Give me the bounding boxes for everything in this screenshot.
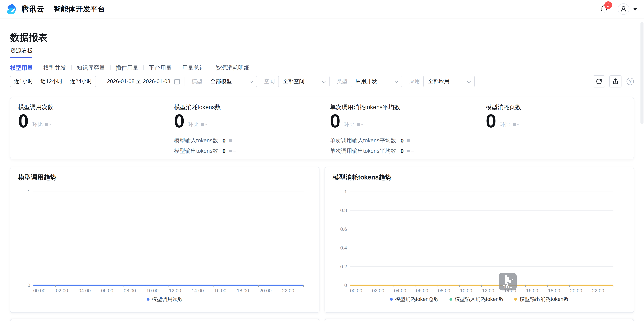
tick-mark xyxy=(281,285,304,287)
legend-dot-icon xyxy=(514,298,517,301)
tab-bar: 资源看板 xyxy=(10,48,634,58)
notification-bell-button[interactable]: 3 xyxy=(600,5,608,13)
filter-label: 类型 xyxy=(336,78,347,85)
stats-summary-card: 模型调用次数 0 环比 - 模型消耗tokens数 0 环比 - xyxy=(10,97,634,159)
quick-range-button[interactable]: 近24小时 xyxy=(66,76,96,87)
x-axis-label: 22:00 xyxy=(592,288,604,294)
stat-subrow: 单次调用输出tokens平均数 0 – xyxy=(330,146,470,156)
product-name: 智能体开发平台 xyxy=(54,4,105,14)
chevron-down-icon xyxy=(467,79,471,83)
user-icon xyxy=(620,6,626,12)
tick-mark xyxy=(33,285,56,287)
stat-value: 0 xyxy=(330,112,340,130)
tick-mark xyxy=(146,285,168,287)
chevron-down-icon[interactable] xyxy=(633,8,638,10)
select-value: 应用开发 xyxy=(356,78,377,85)
notification-badge: 3 xyxy=(604,1,612,9)
x-axis-label: 08:00 xyxy=(438,288,450,294)
legend-item[interactable]: 模型调用次数 xyxy=(147,296,183,303)
filter-select[interactable]: 应用开发 xyxy=(351,76,402,87)
subtab-item[interactable]: 模型用量 xyxy=(10,65,33,71)
stat-title: 模型调用次数 xyxy=(18,104,158,111)
tick-mark xyxy=(191,285,214,287)
subtab-item[interactable]: 模型并发 xyxy=(33,65,66,71)
tick-mark xyxy=(570,285,592,287)
refresh-button[interactable] xyxy=(593,75,605,87)
filter-select[interactable]: 全部空间 xyxy=(278,76,330,87)
subtab-item[interactable]: 插件用量 xyxy=(105,65,138,71)
tick-mark xyxy=(168,285,191,287)
x-axis-label: 04:00 xyxy=(394,288,406,294)
legend-label: 模型输入消耗token数 xyxy=(455,296,504,303)
x-axis-label: 20:00 xyxy=(570,288,582,294)
x-axis-label: 00:00 xyxy=(350,288,362,294)
x-axis-label: 16:00 xyxy=(526,288,538,294)
y-axis-label: 0.8 xyxy=(340,208,350,213)
stat-compare: 环比 - xyxy=(344,121,363,128)
compare-marker-icon xyxy=(407,139,410,142)
export-button[interactable] xyxy=(610,75,622,87)
x-axis-label: 14:00 xyxy=(192,288,204,294)
x-axis-ticks xyxy=(350,285,614,287)
plot-area: 1 0 00:0002:0004:0006:0008:0010:0012:001… xyxy=(33,192,304,285)
chart-legend: 模型消耗token总数 模型输入消耗token数 模型输出消耗token数 xyxy=(325,296,634,303)
select-value: 全部模型 xyxy=(210,78,232,85)
help-icon[interactable]: ? xyxy=(626,78,634,85)
tick-mark xyxy=(350,285,372,287)
date-range-input[interactable]: 2026-01-08 至 2026-01-08 xyxy=(103,76,184,87)
watermark-text: TD≡ xyxy=(499,284,517,289)
filter-bar: 近1小时近12小时近24小时 2026-01-08 至 2026-01-08 模… xyxy=(10,76,634,87)
tick-mark xyxy=(438,285,460,287)
y-axis-label: 1 xyxy=(344,189,350,195)
stat-avg-tokens-per-call: 单次调用消耗tokens平均数 0 环比 - 单次调用输入tokens平均数 0… xyxy=(322,104,478,155)
tick-mark xyxy=(416,285,438,287)
subtab-item[interactable]: 知识库容量 xyxy=(66,65,105,71)
plot-area: 1 0.8 0.6 0.4 0.2 0 xyxy=(350,192,614,285)
scrollbar-thumb[interactable] xyxy=(640,22,644,124)
x-axis-label: 12:00 xyxy=(169,288,181,294)
tick-mark xyxy=(236,285,259,287)
stat-title: 模型消耗tokens数 xyxy=(174,104,314,111)
subtab-item[interactable]: 用量总计 xyxy=(172,65,205,71)
legend-label: 模型输出消耗token数 xyxy=(519,296,568,303)
tick-mark xyxy=(101,285,124,287)
subtab-item[interactable]: 资源消耗明细 xyxy=(205,65,250,71)
x-axis-label: 02:00 xyxy=(56,288,68,294)
y-axis-label: 0.2 xyxy=(340,264,350,269)
header-divider xyxy=(49,5,49,12)
quick-range-button[interactable]: 近1小时 xyxy=(10,76,36,87)
legend-item[interactable]: 模型输入消耗token数 xyxy=(450,296,504,303)
filter-label: 模型 xyxy=(192,78,202,85)
stat-compare: 环比 - xyxy=(188,121,207,128)
quick-range-button[interactable]: 近12小时 xyxy=(36,76,66,87)
filter-select[interactable]: 全部应用 xyxy=(423,76,475,87)
subtab-item[interactable]: 平台用量 xyxy=(138,65,172,71)
app-header: 腾讯云 智能体开发平台 3 xyxy=(0,0,644,18)
filter-label: 空间 xyxy=(264,78,275,85)
gridline xyxy=(350,229,614,229)
compare-marker-icon xyxy=(357,123,360,126)
share-export-icon xyxy=(612,78,619,85)
main-content: 数据报表 资源看板 模型用量模型并发知识库容量插件用量平台用量用量总计资源消耗明… xyxy=(0,33,644,321)
compare-marker-icon xyxy=(229,150,232,152)
filter-select[interactable]: 全部模型 xyxy=(206,76,257,87)
x-axis-label: 20:00 xyxy=(259,288,272,294)
gridline xyxy=(350,248,614,248)
y-axis-label: 0 xyxy=(28,283,33,288)
tab-resource-dashboard[interactable]: 资源看板 xyxy=(10,48,33,58)
filter-group: 空间 全部空间 xyxy=(264,76,330,87)
stat-model-calls: 模型调用次数 0 环比 - xyxy=(10,104,166,155)
stat-subrow: 模型输出tokens数 0 – xyxy=(174,146,314,156)
legend-item[interactable]: 模型输出消耗token数 xyxy=(514,296,568,303)
gridline xyxy=(350,210,614,211)
stat-value: 0 xyxy=(486,112,496,130)
legend-item[interactable]: 模型消耗token总数 xyxy=(390,296,439,303)
avatar[interactable] xyxy=(618,3,629,15)
page-title: 数据报表 xyxy=(10,33,634,42)
quick-range-group: 近1小时近12小时近24小时 xyxy=(10,76,96,87)
chart-title: 模型调用趋势 xyxy=(18,173,56,182)
x-axis-label: 18:00 xyxy=(237,288,249,294)
recorder-watermark: TD≡ xyxy=(499,273,517,291)
y-axis-label: 0 xyxy=(344,282,350,288)
legend-dot-icon xyxy=(450,298,452,301)
